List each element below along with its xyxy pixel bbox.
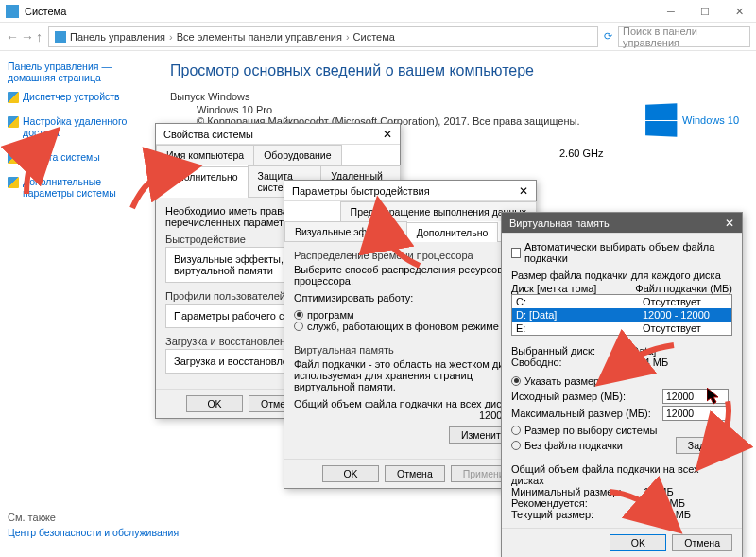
svg-marker-1 <box>707 388 718 404</box>
dlg3-ok[interactable]: OK <box>610 534 666 551</box>
performance-options-dialog: Параметры быстродействия✕ Предотвращение… <box>284 180 537 489</box>
edition-label: Выпуск Windows <box>170 91 737 102</box>
dlg2-close[interactable]: ✕ <box>519 184 528 198</box>
dlg1-tabs: Имя компьютера Оборудование <box>156 145 400 165</box>
minimize-button[interactable]: ─ <box>654 0 688 23</box>
dlg3-system[interactable]: Размер по выбору системы <box>511 425 657 436</box>
disk-list[interactable]: C:Отсутствует D: [Data]12000 - 12000 E:О… <box>511 294 732 336</box>
sidebar-home[interactable]: Панель управления — домашняя страница <box>8 61 144 83</box>
cursor-icon <box>707 388 720 407</box>
dlg3-cancel[interactable]: Отмена <box>672 534 732 551</box>
up-button[interactable]: ↑ <box>36 29 43 44</box>
maximize-button[interactable]: ☐ <box>688 0 722 23</box>
monitor-icon <box>55 31 66 43</box>
close-button[interactable]: ✕ <box>722 0 756 23</box>
dlg2-tab-visual[interactable]: Визуальные эффекты <box>284 221 407 241</box>
cpu-fragment: 2.60 GHz <box>559 148 603 159</box>
dlg2-title: Параметры быстродействия <box>292 185 430 197</box>
dlg2-tab-advanced[interactable]: Дополнительно <box>406 222 499 242</box>
virtual-memory-dialog: Виртуальная память✕ Автоматически выбира… <box>501 212 743 557</box>
dlg1-close[interactable]: ✕ <box>383 128 392 141</box>
dlg2-services[interactable]: служб, работающих в фоновом режиме <box>294 321 499 332</box>
dlg2-cancel[interactable]: Отмена <box>385 465 445 482</box>
navbar: ← → ↑ Панель управления› Все элементы па… <box>0 23 756 51</box>
dlg1-ok[interactable]: OK <box>186 395 243 412</box>
sidebar-remote[interactable]: Настройка удаленного доступа <box>23 115 144 138</box>
dlg1-tab-name[interactable]: Имя компьютера <box>156 145 254 165</box>
dlg3-auto[interactable]: Автоматически выбирать объем файла подка… <box>511 241 732 264</box>
windows-logo: Windows 10 <box>644 104 739 136</box>
sidebar-advanced[interactable]: Дополнительные параметры системы <box>23 176 144 199</box>
sidebar: Панель управления — домашняя страница Ди… <box>0 51 151 557</box>
page-heading: Просмотр основных сведений о вашем компь… <box>170 62 737 79</box>
dlg3-custom[interactable]: Указать размер: <box>511 375 602 387</box>
dlg3-set[interactable]: Задать <box>676 437 732 454</box>
dlg1-tab-hw[interactable]: Оборудование <box>253 145 341 165</box>
sidebar-protection[interactable]: Защита системы <box>23 151 100 163</box>
dlg2-programs[interactable]: программ <box>294 309 354 321</box>
refresh-button[interactable]: ⟳ <box>604 30 612 43</box>
dlg3-title: Виртуальная память <box>509 218 610 229</box>
dlg3-none[interactable]: Без файла подкачки <box>511 440 623 451</box>
dlg1-tab-advanced[interactable]: Дополнительно <box>156 166 249 198</box>
window-title: Система <box>25 6 66 17</box>
shield-icon <box>8 152 19 164</box>
dlg1-title: Свойства системы <box>163 129 253 140</box>
shield-icon <box>8 92 19 103</box>
dlg2-ok[interactable]: OK <box>322 465 379 482</box>
dlg2-vm-total: 12000 МБ <box>294 409 526 421</box>
dlg3-close[interactable]: ✕ <box>725 217 734 230</box>
window-controls: ─ ☐ ✕ <box>654 0 756 23</box>
forward-button[interactable]: → <box>21 29 34 44</box>
max-size-input[interactable] <box>662 406 729 421</box>
back-button[interactable]: ← <box>6 29 19 44</box>
breadcrumb[interactable]: Панель управления› Все элементы панели у… <box>48 26 598 47</box>
shield-icon <box>8 116 19 128</box>
titlebar: Система ─ ☐ ✕ <box>0 0 756 23</box>
search-input[interactable]: Поиск в панели управления <box>618 26 750 47</box>
system-icon <box>6 5 19 18</box>
shield-icon <box>8 177 19 188</box>
sidebar-devmgr[interactable]: Диспетчер устройств <box>23 91 120 102</box>
